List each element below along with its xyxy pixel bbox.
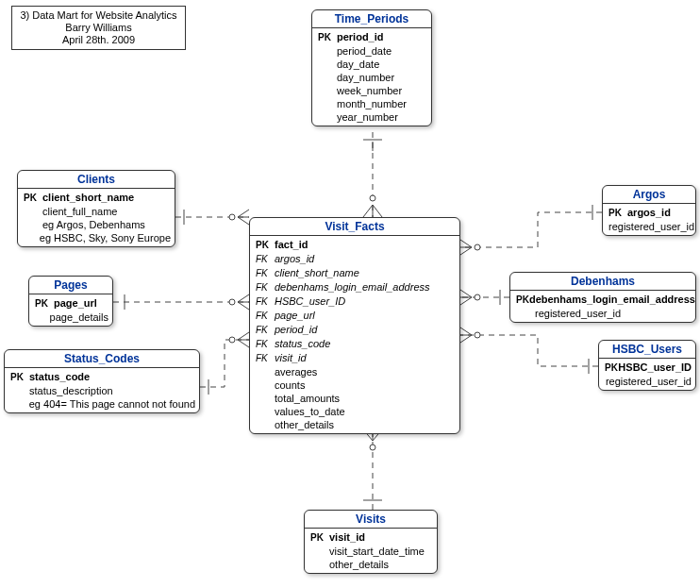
attribute-row: period_date bbox=[316, 44, 427, 58]
entity-clients: Clients PKclient_short_nameclient_full_n… bbox=[17, 170, 175, 247]
svg-point-8 bbox=[229, 299, 235, 305]
attribute-name: day_number bbox=[337, 71, 427, 84]
attribute-row: FKstatus_code bbox=[254, 337, 456, 351]
entity-title: Visit_Facts bbox=[250, 218, 459, 236]
attribute-name: HSBC_user_ID bbox=[275, 294, 456, 308]
attribute-row: PKperiod_id bbox=[316, 30, 427, 44]
key-indicator: PK bbox=[33, 297, 54, 311]
attribute-name: visit_id bbox=[275, 351, 456, 364]
entity-body: PKstatus_codestatus_descriptioneg 404= T… bbox=[5, 368, 199, 412]
svg-point-17 bbox=[475, 332, 480, 338]
entity-body: PKfact_idFKargos_idFKclient_short_nameFK… bbox=[250, 236, 459, 433]
entity-body: PKclient_short_nameclient_full_nameeg Ar… bbox=[18, 189, 175, 246]
key-indicator: PK bbox=[308, 531, 329, 545]
attribute-row: PKclient_short_name bbox=[22, 191, 171, 205]
attribute-row: FKdebenhams_login_email_address bbox=[254, 280, 456, 294]
attribute-row: client_full_name bbox=[22, 205, 171, 218]
attribute-name: eg 404= This page cannot not found bbox=[29, 397, 195, 411]
attribute-name: period_id bbox=[275, 323, 456, 336]
attribute-name: registered_user_id bbox=[535, 307, 692, 320]
attribute-row: FKperiod_id bbox=[254, 323, 456, 337]
attribute-row: PKdebenhams_login_email_address bbox=[514, 293, 692, 307]
entity-visit-facts: Visit_Facts PKfact_idFKargos_idFKclient_… bbox=[249, 217, 460, 434]
key-indicator: FK bbox=[254, 352, 275, 365]
attribute-name: averages bbox=[275, 365, 456, 378]
attribute-name: HSBC_user_ID bbox=[618, 361, 692, 374]
key-indicator: PK bbox=[22, 192, 42, 205]
entity-body: PKHSBC_user_IDregistered_user_id bbox=[599, 359, 695, 390]
attribute-name: fact_id bbox=[275, 238, 456, 251]
svg-point-6 bbox=[229, 214, 235, 220]
attribute-name: client_full_name bbox=[42, 205, 171, 218]
entity-body: PKperiod_idperiod_dateday_dateday_number… bbox=[312, 28, 431, 126]
attribute-name: year_number bbox=[337, 110, 427, 124]
info-line-3: April 28th. 2009 bbox=[20, 34, 177, 46]
svg-point-3 bbox=[370, 195, 375, 201]
attribute-row: day_date bbox=[316, 58, 427, 71]
attribute-name: month_number bbox=[337, 97, 427, 110]
attribute-row: other_details bbox=[308, 558, 433, 571]
entity-hsbc-users: HSBC_Users PKHSBC_user_IDregistered_user… bbox=[598, 340, 696, 391]
entity-title: Clients bbox=[18, 171, 175, 189]
attribute-row: FKHSBC_user_ID bbox=[254, 294, 456, 309]
attribute-row: registered_user_id bbox=[607, 220, 692, 233]
entity-title: Time_Periods bbox=[312, 10, 431, 28]
attribute-row: registered_user_id bbox=[603, 375, 692, 388]
attribute-row: visit_start_date_time bbox=[308, 545, 433, 558]
attribute-name: total_amounts bbox=[275, 392, 456, 405]
attribute-name: status_description bbox=[29, 384, 195, 397]
attribute-row: eg HSBC, Sky, Sony Europe bbox=[22, 231, 171, 244]
key-indicator: PK bbox=[514, 294, 529, 307]
entity-debenhams: Debenhams PKdebenhams_login_email_addres… bbox=[509, 272, 696, 323]
attribute-row: eg Argos, Debenhams bbox=[22, 218, 171, 231]
attribute-row: registered_user_id bbox=[514, 307, 692, 320]
key-indicator: PK bbox=[607, 207, 627, 220]
svg-point-20 bbox=[370, 445, 375, 450]
key-indicator: FK bbox=[254, 281, 275, 294]
attribute-name: registered_user_id bbox=[606, 375, 692, 388]
svg-point-12 bbox=[475, 244, 480, 250]
entity-title: Status_Codes bbox=[5, 350, 199, 368]
attribute-name: page_details bbox=[50, 311, 108, 324]
attribute-name: argos_id bbox=[275, 252, 456, 265]
attribute-row: other_details bbox=[254, 418, 456, 431]
attribute-name: argos_id bbox=[627, 206, 692, 219]
key-indicator: FK bbox=[254, 338, 275, 351]
entity-body: PKpage_urlpage_details bbox=[29, 294, 112, 326]
attribute-name: other_details bbox=[329, 558, 433, 571]
entity-status-codes: Status_Codes PKstatus_codestatus_descrip… bbox=[4, 349, 200, 413]
key-indicator: PK bbox=[8, 371, 29, 384]
attribute-name: counts bbox=[275, 378, 456, 392]
attribute-row: PKpage_url bbox=[33, 296, 108, 311]
attribute-row: PKvisit_id bbox=[308, 530, 433, 545]
attribute-name: page_url bbox=[275, 309, 456, 322]
attribute-name: period_id bbox=[337, 30, 427, 43]
attribute-name: client_short_name bbox=[42, 191, 171, 204]
entity-title: Visits bbox=[305, 511, 437, 529]
entity-title: Argos bbox=[603, 186, 695, 204]
key-indicator: FK bbox=[254, 267, 275, 280]
key-indicator: PK bbox=[316, 31, 337, 44]
entity-visits: Visits PKvisit_idvisit_start_date_timeot… bbox=[304, 510, 438, 574]
attribute-name: week_number bbox=[337, 84, 427, 97]
attribute-row: FKargos_id bbox=[254, 252, 456, 266]
attribute-name: eg Argos, Debenhams bbox=[42, 218, 171, 231]
key-indicator: PK bbox=[254, 239, 275, 252]
entity-body: PKdebenhams_login_email_addressregistere… bbox=[510, 291, 695, 322]
info-line-1: 3) Data Mart for Website Analytics bbox=[20, 9, 177, 22]
attribute-name: registered_user_id bbox=[608, 220, 694, 233]
attribute-name: visit_id bbox=[329, 530, 433, 544]
attribute-row: day_number bbox=[316, 71, 427, 84]
attribute-name: eg HSBC, Sky, Sony Europe bbox=[40, 231, 171, 244]
attribute-row: averages bbox=[254, 365, 456, 378]
attribute-row: values_to_date bbox=[254, 405, 456, 418]
attribute-row: week_number bbox=[316, 84, 427, 97]
attribute-row: FKvisit_id bbox=[254, 351, 456, 365]
attribute-row: PKHSBC_user_ID bbox=[603, 361, 692, 375]
key-indicator: FK bbox=[254, 295, 275, 309]
attribute-row: FKpage_url bbox=[254, 309, 456, 323]
entity-title: Debenhams bbox=[510, 273, 695, 291]
attribute-name: debenhams_login_email_address bbox=[529, 293, 695, 306]
attribute-name: values_to_date bbox=[275, 405, 456, 418]
attribute-row: PKstatus_code bbox=[8, 370, 195, 384]
